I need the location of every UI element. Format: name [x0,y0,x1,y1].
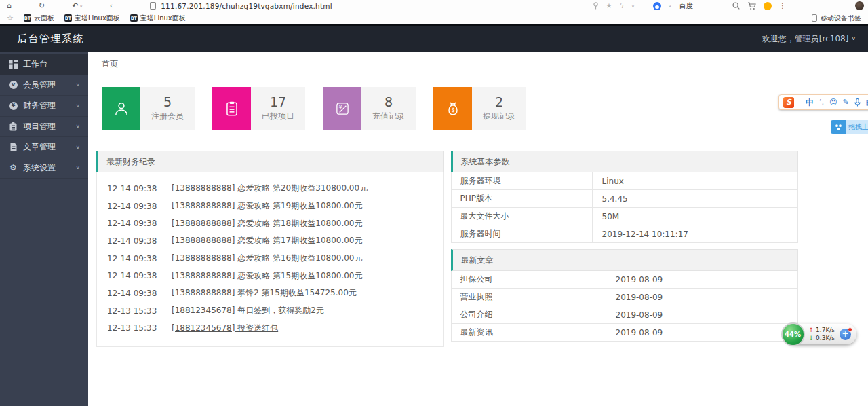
download-arrow-icon: ↓ [809,334,814,342]
browser-avatar[interactable] [855,1,864,10]
stat-card-recharges[interactable]: ¥ 8 充值记录 [323,87,416,130]
article-title[interactable]: 公司介绍 [452,306,606,323]
mobile-bookmarks[interactable]: 移动设备书签 [812,14,861,23]
record-text: [13888888888] 攀锋2 第15期收益154725.00元 [172,287,357,299]
cart-icon[interactable] [747,2,756,10]
record-time: 12-14 09:38 [107,289,172,298]
caret-down-icon: ∨ [79,4,82,7]
dashboard-icon [8,60,18,69]
sogou-logo-icon[interactable]: S [783,97,794,108]
record-text: [13888888888] 恋爱攻略 第18期收益10800.00元 [172,218,363,229]
row-label: PHP版本 [452,190,593,207]
chevron-down-icon: ∨ [75,165,80,170]
bookmark-star-icon[interactable]: ☆ [7,14,14,22]
table-row: 最新资讯2019-08-09 [452,324,798,342]
pin-icon[interactable] [593,2,599,10]
accelerate-plus-button[interactable]: + [840,329,851,340]
caret-down-icon[interactable]: ∨ [631,4,634,8]
finance-record: 12-14 09:38[13888888888] 恋爱攻略 第19期收益1080… [97,198,443,215]
finance-record: 12-14 09:38[13888888888] 攀锋2 第15期收益15472… [97,284,443,302]
row-value: 2019-12-14 10:11:17 [593,225,688,242]
baidu-logo-icon[interactable] [653,2,661,10]
table-row: 营业执照2019-08-09 [452,289,798,306]
memory-usage-ball[interactable]: 44% [781,322,805,346]
sogou-input-toolbar[interactable]: S 中 ’, ☺ ✎ ▦ [778,94,868,110]
smiley-icon[interactable]: ☺ [829,98,837,106]
table-row: 最大文件大小50M [452,208,798,225]
address-bar[interactable]: 111.67.201.189/chuhzg19tvgabxm/index.htm… [161,2,332,10]
stat-value: 8 [384,95,393,109]
rewards-icon[interactable] [764,2,772,10]
sidebar-item-finance[interactable]: ¥ 财务管理 ∨ [0,96,88,117]
user-menu[interactable]: 欢迎您，管理员[rc108] ∨ [762,33,856,45]
notification-dot [848,327,852,332]
bookmark-cloud-panel[interactable]: BT云面板 [24,14,54,23]
article-date: 2019-08-09 [606,324,663,341]
refresh-icon[interactable]: ↻ [39,2,45,10]
home-icon[interactable]: ⌂ [7,2,12,10]
articles-panel-header: 最新文章 [451,249,799,271]
sidebar-item-workbench[interactable]: 工作台 [0,54,88,75]
row-value: Linux [593,172,624,189]
bt-favicon: BT [64,14,72,22]
divider [140,2,140,10]
article-title[interactable]: 营业执照 [452,289,606,306]
finance-panel-header: 最新财务纪录 [96,151,444,172]
admin-header: 后台管理系统 欢迎您，管理员[rc108] ∨ [0,24,868,52]
sidebar-item-settings[interactable]: ⚙ 系统设置 ∨ [0,158,88,179]
stat-card-projects[interactable]: 17 已投项目 [212,87,305,130]
stat-card-members[interactable]: 5 注册会员 [102,87,195,130]
chinese-mode-icon[interactable]: 中 [806,98,814,107]
search-engine-label[interactable]: 百度 [679,1,693,11]
keyboard-icon[interactable]: ▦ [866,98,868,106]
undo-dropdown[interactable]: ↶∨ [72,2,83,10]
divider [644,2,644,10]
chevron-down-icon: ∨ [75,145,80,150]
undo-icon[interactable]: ↶ [72,2,78,10]
bookmark-bt-panel-2[interactable]: BT宝塔Linux面板 [130,14,186,23]
stat-card-withdrawals[interactable]: $ 2 提现记录 [433,87,526,130]
sidebar-item-label: 文章管理 [23,141,56,153]
breadcrumb-home[interactable]: 首页 [102,58,118,70]
article-title[interactable]: 担保公司 [452,271,606,288]
sidebar: 工作台 v 会员管理 ∨ ¥ 财务管理 ∨ 项目管理 ∨ 文章管理 ∨ ⚙ 系统… [0,52,88,406]
favorite-star-icon[interactable]: ★ [606,2,612,10]
breadcrumb: 首页 [88,52,868,77]
caret-down-icon[interactable]: ∨ [669,4,671,8]
stat-cards: 5 注册会员 17 已投项目 ¥ 8 充值记录 $ [88,77,868,130]
record-text: [18812345678] 每日签到，获得奖励2元 [172,305,324,316]
search-icon[interactable] [732,2,740,10]
finance-icon: ¥ [8,102,18,110]
chevron-down-icon: ∨ [75,82,80,88]
drag-upload-badge[interactable]: 拖拽上 [831,120,868,134]
menu-kebab-icon[interactable]: ⋮ [779,2,786,10]
record-text: [13888888888] 恋爱攻略 第16期收益10800.00元 [172,253,363,264]
row-label: 服务器环境 [452,172,593,189]
row-value: 50M [593,208,620,225]
drag-upload-label: 拖拽上 [846,120,868,134]
recharge-icon: ¥ [323,87,361,130]
sidebar-item-articles[interactable]: 文章管理 ∨ [0,137,88,158]
back-icon[interactable]: ‹ [110,2,113,10]
record-time: 12-14 09:38 [107,202,172,211]
mic-icon[interactable] [854,98,861,107]
bookmark-bt-panel-1[interactable]: BT宝塔Linux面板 [64,14,120,23]
sidebar-item-label: 项目管理 [23,121,56,132]
sidebar-item-members[interactable]: v 会员管理 ∨ [0,75,88,96]
sidebar-item-projects[interactable]: 项目管理 ∨ [0,117,88,138]
panel-title: 最新财务纪录 [106,156,155,168]
upload-speed: 1.7K/s [816,326,835,334]
punctuation-icon[interactable]: ’, [819,98,824,106]
network-speed-widget[interactable]: 44% ↑1.7K/s ↓0.3K/s + [785,324,856,344]
moneybag-icon: $ [433,87,472,130]
upload-arrow-icon: ↑ [809,326,814,334]
page-title: 后台管理系统 [17,33,84,45]
stat-value: 5 [163,95,172,109]
lightning-icon[interactable]: ϟ [620,2,625,10]
article-title[interactable]: 最新资讯 [452,324,606,341]
finance-record: 12-14 09:38[13888888888] 恋爱攻略 第18期收益1080… [97,215,443,232]
record-text-link[interactable]: [18812345678] 投资送红包 [172,322,278,334]
record-text: [13888888888] 恋爱攻略 第15期收益10800.00元 [172,270,363,282]
browser-chrome: ⌂ ↻ ↶∨ ‹ 111.67.201.189/chuhzg19tvgabxm/… [0,0,868,24]
pencil-icon[interactable]: ✎ [842,98,848,106]
